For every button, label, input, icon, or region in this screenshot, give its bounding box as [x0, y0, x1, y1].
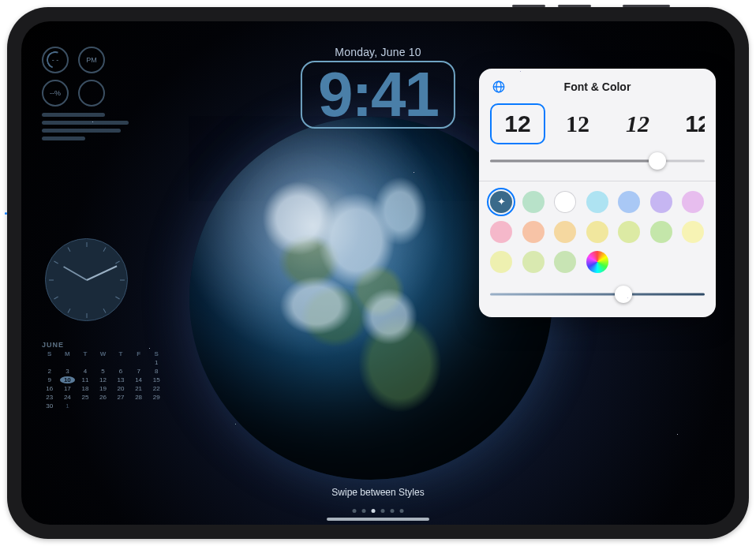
vibrance-slider[interactable]: [490, 284, 705, 305]
page-dot[interactable]: [362, 509, 366, 513]
weight-slider[interactable]: [490, 151, 705, 171]
calendar-month: JUNE: [42, 341, 164, 349]
calendar-day[interactable]: 16: [42, 385, 58, 392]
calendar-day[interactable]: 26: [95, 394, 111, 401]
calendar-day[interactable]: 9: [42, 376, 58, 383]
calendar-weekday: W: [95, 350, 111, 357]
lockscreen-time: 9:41: [318, 62, 438, 127]
power-button[interactable]: [623, 5, 670, 7]
calendar-day[interactable]: 14: [131, 376, 147, 383]
color-swatch[interactable]: [650, 221, 672, 243]
widget-panel[interactable]: - - PM --%: [42, 47, 172, 144]
color-swatch[interactable]: [490, 221, 512, 243]
wallpaper-earth: [189, 117, 552, 480]
page-dot[interactable]: [353, 509, 357, 513]
calendar-day[interactable]: 17: [60, 385, 76, 392]
calendar-day[interactable]: 4: [77, 368, 93, 375]
volume-buttons[interactable]: [512, 5, 591, 7]
font-option[interactable]: 12: [490, 103, 545, 144]
color-swatch[interactable]: [650, 191, 672, 213]
side-indicator: [5, 212, 7, 215]
calendar-day[interactable]: 19: [95, 385, 111, 392]
color-swatch[interactable]: [682, 191, 704, 213]
font-style-row: 12121212: [490, 103, 705, 144]
page-dot[interactable]: [381, 509, 385, 513]
page-dots[interactable]: [353, 509, 404, 513]
page-dot[interactable]: [391, 509, 395, 513]
calendar-day[interactable]: 8: [148, 368, 164, 375]
calendar-day[interactable]: 18: [77, 385, 93, 392]
color-swatch[interactable]: [554, 191, 576, 213]
widget-gauge-text: - -: [52, 56, 59, 64]
calendar-weekday: T: [77, 350, 93, 357]
page-dot[interactable]: [372, 509, 376, 513]
calendar-day[interactable]: 29: [148, 394, 164, 401]
calendar-day[interactable]: 15: [148, 376, 164, 383]
widget-moon-text: PM: [86, 56, 97, 64]
calendar-day[interactable]: 22: [148, 385, 164, 392]
color-swatch[interactable]: [522, 221, 545, 243]
calendar-weekday: F: [131, 350, 147, 357]
lockscreen-date[interactable]: Monday, June 10: [21, 46, 735, 58]
page-dot[interactable]: [400, 509, 404, 513]
calendar-day[interactable]: 24: [60, 394, 76, 401]
widget-analog-clock[interactable]: [45, 238, 128, 321]
widget-moon[interactable]: PM: [78, 47, 105, 73]
font-option[interactable]: 12: [550, 103, 605, 144]
calendar-day[interactable]: 30: [42, 402, 58, 410]
svg-point-0: [493, 81, 504, 92]
calendar-weekday: S: [148, 350, 164, 357]
calendar-day[interactable]: 21: [131, 385, 147, 392]
calendar-weekday: T: [113, 350, 129, 357]
calendar-day[interactable]: 12: [95, 376, 111, 383]
calendar-day[interactable]: 27: [113, 394, 129, 401]
calendar-weekday: M: [60, 350, 76, 357]
font-option[interactable]: 12: [610, 103, 665, 144]
color-swatch[interactable]: [490, 191, 512, 213]
widget-umbrella[interactable]: --%: [42, 80, 69, 107]
globe-icon[interactable]: [490, 78, 507, 95]
color-swatch[interactable]: [522, 251, 545, 273]
calendar-day[interactable]: 23: [42, 394, 58, 401]
calendar-day[interactable]: 3: [60, 368, 76, 375]
color-swatch[interactable]: [618, 221, 640, 243]
font-color-popover: Font & Color 12121212: [479, 69, 716, 317]
calendar-day[interactable]: 7: [131, 368, 147, 375]
lockscreen-clock-editbox[interactable]: 9:41: [301, 61, 455, 129]
widget-umbrella-text: --%: [50, 89, 61, 97]
widget-calendar[interactable]: JUNE SMTWTFS1234567891011121314151617181…: [42, 341, 164, 410]
calendar-day[interactable]: 6: [113, 368, 129, 375]
color-swatch[interactable]: [522, 191, 545, 213]
calendar-weekday: S: [42, 350, 58, 357]
popover-title: Font & Color: [564, 80, 631, 93]
calendar-day[interactable]: 25: [77, 394, 93, 401]
color-picker-swatch[interactable]: [586, 251, 608, 273]
color-swatch[interactable]: [554, 221, 576, 243]
color-swatch[interactable]: [490, 251, 512, 273]
calendar-day[interactable]: 13: [113, 376, 129, 383]
calendar-day[interactable]: 5: [95, 368, 111, 375]
calendar-day[interactable]: 1: [148, 359, 164, 366]
calendar-day[interactable]: 10: [60, 376, 76, 383]
svg-point-1: [496, 81, 501, 92]
widget-text-placeholder: [42, 113, 172, 140]
font-option[interactable]: 12: [670, 103, 705, 144]
color-swatch[interactable]: [618, 191, 640, 213]
ipad-frame: Monday, June 10 9:41 - - PM --% JUNE SMT…: [7, 7, 749, 539]
color-swatch[interactable]: [554, 251, 576, 273]
calendar-day[interactable]: 20: [113, 385, 129, 392]
widget-empty[interactable]: [78, 80, 105, 107]
swipe-hint: Swipe between Styles: [21, 487, 735, 498]
color-swatch-grid: [490, 191, 705, 273]
calendar-day[interactable]: 11: [77, 376, 93, 383]
calendar-day[interactable]: 2: [42, 368, 58, 375]
calendar-day[interactable]: 28: [131, 394, 147, 401]
widget-gauge[interactable]: - -: [42, 47, 69, 73]
divider: [479, 181, 716, 181]
lock-screen[interactable]: Monday, June 10 9:41 - - PM --% JUNE SMT…: [21, 21, 735, 525]
home-indicator[interactable]: [327, 518, 429, 521]
color-swatch[interactable]: [586, 221, 608, 243]
color-swatch[interactable]: [682, 221, 704, 243]
color-swatch[interactable]: [586, 191, 608, 213]
